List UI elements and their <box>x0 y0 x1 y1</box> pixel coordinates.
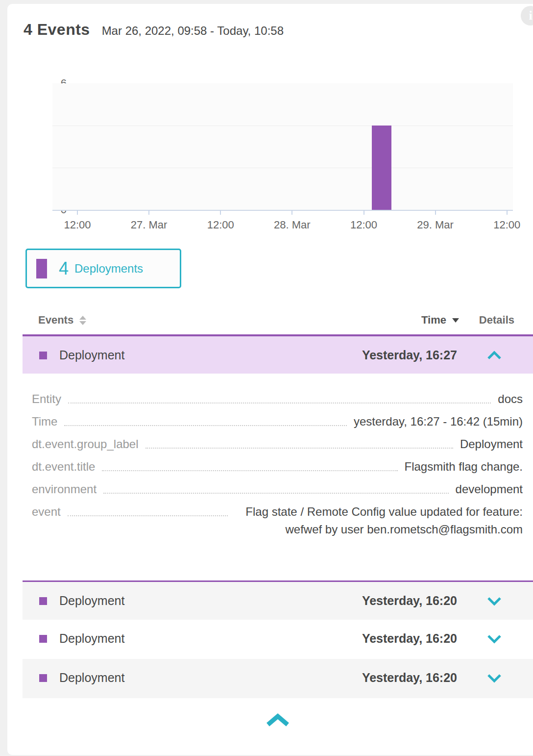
table-row-deployment-4[interactable]: Deployment Yesterday, 16:20 <box>23 659 533 698</box>
gridline <box>52 168 513 168</box>
x-axis-line <box>52 210 513 211</box>
gridline <box>52 126 513 126</box>
table-footer <box>23 698 533 752</box>
x-axis-label: 29. Mar <box>417 219 454 231</box>
deployments-swatch-icon <box>36 259 47 278</box>
detail-value: yesterday, 16:27 - 16:42 (15min) <box>354 413 523 430</box>
chevron-down-icon[interactable] <box>487 596 502 606</box>
column-header-events[interactable]: Events <box>38 314 86 327</box>
x-axis-label: 12:00 <box>64 219 91 231</box>
x-tick <box>507 210 508 215</box>
panel-header: 4 Events Mar 26, 2022, 09:58 - Today, 10… <box>24 21 284 39</box>
event-time: Yesterday, 16:20 <box>362 594 457 608</box>
x-tick <box>77 210 78 215</box>
deployment-square-icon <box>39 352 47 359</box>
table-row-deployment-1[interactable]: Deployment Yesterday, 16:27 <box>23 334 533 374</box>
table-row-deployment-3[interactable]: Deployment Yesterday, 16:20 <box>23 620 533 659</box>
event-type-label: Deployment <box>59 594 124 608</box>
dotted-leader <box>102 458 397 471</box>
x-tick <box>148 210 149 215</box>
events-table: Events Time Details Deployment Yesterday… <box>23 309 533 752</box>
date-range: Mar 26, 2022, 09:58 - Today, 10:58 <box>102 24 284 38</box>
dotted-leader <box>64 413 346 426</box>
detail-row-group-label: dt.event.group_label Deployment <box>32 435 523 453</box>
chevron-up-icon <box>266 713 290 727</box>
x-axis-label: 28. Mar <box>274 219 311 231</box>
table-header-row: Events Time Details <box>23 309 533 334</box>
deployment-square-icon <box>39 597 47 605</box>
detail-value: development <box>456 480 523 498</box>
chevron-down-icon[interactable] <box>487 673 502 683</box>
dotted-leader <box>103 480 448 494</box>
events-panel: 4 Events Mar 26, 2022, 09:58 - Today, 10… <box>7 4 533 755</box>
detail-value: docs <box>498 390 523 408</box>
detail-key: environment <box>32 480 97 498</box>
chevron-up-icon[interactable] <box>487 351 502 360</box>
collapse-panel-button[interactable] <box>263 712 292 729</box>
detail-key: Entity <box>32 390 61 408</box>
chart-bar[interactable] <box>372 126 391 210</box>
dotted-leader <box>68 390 491 403</box>
event-type-label: Deployment <box>59 671 124 685</box>
sort-up-icon <box>79 316 86 320</box>
deployment-square-icon <box>39 635 47 643</box>
x-tick <box>435 210 436 215</box>
detail-value: Flagsmith flag change. <box>405 458 523 476</box>
detail-key: dt.event.group_label <box>32 435 139 453</box>
event-detail-panel: Entity docs Time yesterday, 16:27 - 16:4… <box>23 374 533 580</box>
column-header-time[interactable]: Time <box>421 314 459 327</box>
page-title: 4 Events <box>24 21 90 39</box>
x-tick <box>363 210 364 215</box>
detail-row-event: event Flag state / Remote Config value u… <box>32 503 523 538</box>
sort-both-icon <box>79 316 86 325</box>
detail-key: Time <box>32 413 57 430</box>
info-icon[interactable]: i <box>521 6 533 25</box>
event-type-label: Deployment <box>59 631 124 646</box>
table-row-deployment-2[interactable]: Deployment Yesterday, 16:20 <box>23 580 533 620</box>
event-type-label: Deployment <box>59 348 124 362</box>
x-axis-label: 12:00 <box>350 219 377 231</box>
detail-row-environment: environment development <box>32 480 523 498</box>
events-header-label: Events <box>38 314 73 327</box>
legend-deployments-toggle[interactable]: 4 Deployments <box>25 249 181 288</box>
chevron-down-icon[interactable] <box>487 634 502 644</box>
detail-key: dt.event.title <box>32 458 95 476</box>
deployment-square-icon <box>39 674 47 682</box>
dotted-leader <box>68 503 228 516</box>
x-tick <box>220 210 221 215</box>
legend-label: Deployments <box>74 262 143 276</box>
dotted-leader <box>145 435 453 449</box>
events-bar-chart: 6 4 2 0 12:00 27. Mar 12:00 28. Mar 12:0… <box>7 83 533 230</box>
x-axis-label: 12:00 <box>493 219 520 231</box>
detail-row-time: Time yesterday, 16:27 - 16:42 (15min) <box>32 413 523 430</box>
sort-desc-icon <box>452 318 459 323</box>
legend-count: 4 <box>59 258 69 279</box>
detail-value: Deployment <box>460 435 523 453</box>
event-time: Yesterday, 16:20 <box>362 671 457 685</box>
detail-key: event <box>32 503 61 521</box>
x-tick <box>291 210 292 215</box>
event-time: Yesterday, 16:27 <box>362 348 457 362</box>
x-axis-label: 27. Mar <box>131 219 168 231</box>
detail-row-entity: Entity docs <box>32 390 523 408</box>
detail-row-title: dt.event.title Flagsmith flag change. <box>32 458 523 476</box>
event-time: Yesterday, 16:20 <box>362 631 457 646</box>
sort-down-icon <box>79 321 86 325</box>
column-header-details: Details <box>479 314 514 327</box>
plot-area: 12:00 27. Mar 12:00 28. Mar 12:00 29. Ma… <box>52 83 513 210</box>
time-header-label: Time <box>421 314 446 327</box>
x-axis-label: 12:00 <box>207 219 234 231</box>
detail-value: Flag state / Remote Config value updated… <box>235 503 523 538</box>
